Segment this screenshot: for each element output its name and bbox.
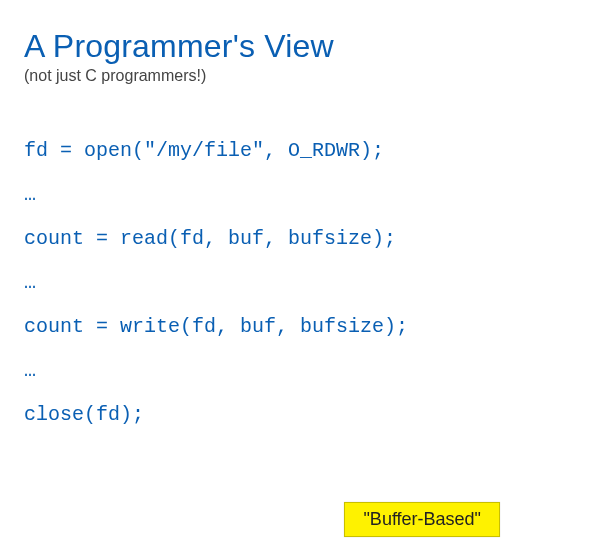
code-line-open: fd = open("/my/file", O_RDWR); [24,135,576,167]
slide-subtitle: (not just C programmers!) [24,67,576,85]
code-line-close: close(fd); [24,399,576,431]
ellipsis: … [24,267,576,299]
ellipsis: … [24,179,576,211]
slide-title: A Programmer's View [24,28,576,65]
code-block: fd = open("/my/file", O_RDWR); … count =… [24,135,576,431]
code-line-write: count = write(fd, buf, bufsize); [24,311,576,343]
ellipsis: … [24,355,576,387]
code-line-read: count = read(fd, buf, bufsize); [24,223,576,255]
callout-badge: "Buffer-Based" [344,502,500,537]
